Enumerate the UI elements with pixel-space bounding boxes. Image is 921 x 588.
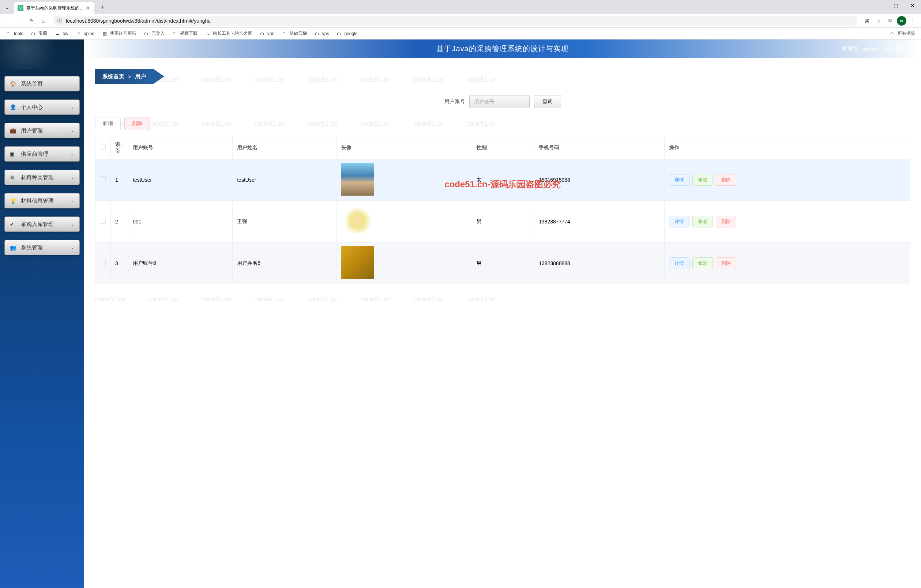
delete-button[interactable]: 删除 [716,257,736,269]
row-checkbox[interactable] [100,176,106,182]
cell-avatar [337,201,472,242]
person-icon: 👤 [10,104,17,110]
bookmark-label: vps [322,31,329,36]
sidebar-item-label: 个人中心 [21,104,71,111]
bookmark-item[interactable]: 🗀视频下载 [169,29,200,38]
bookmark-label: uplod [84,31,94,36]
bookmark-star-icon[interactable]: ☆ [874,16,884,26]
bookmark-item[interactable]: 🗀tools [3,29,26,38]
sidebar-item-5[interactable]: 💡材料信息管理⌄ [4,193,80,208]
cell-phone: 15915915988 [534,159,664,201]
cell-name: 用户姓名8 [233,242,337,284]
row-checkbox[interactable] [100,260,106,265]
add-button[interactable]: 新增 [95,117,121,130]
cell-phone: 13823888888 [534,242,664,284]
cell-ops: 详情 修改 删除 [664,159,910,201]
bulb-icon: 💡 [10,198,17,204]
cell-ops: 详情 修改 删除 [664,201,910,242]
search-row: 用户账号 查询 [95,95,910,108]
sidebar-item-6[interactable]: ✔采购入库管理⌄ [4,216,80,232]
reload-button[interactable]: ⟳ [26,16,37,26]
bookmark-item[interactable]: 🗀Max云梯 [279,29,310,38]
profile-avatar[interactable]: w [897,16,906,26]
tab-close-icon[interactable]: ✕ [85,5,91,11]
bookmark-item[interactable]: 🗀vpn [256,29,277,38]
bookmark-label: 已导入 [151,30,164,37]
action-row: 新增 删除 [95,117,910,130]
sidebar-item-1[interactable]: 👤个人中心⌄ [4,99,80,115]
checkin-icon: ✔ [10,221,17,227]
cell-ops: 详情 修改 删除 [664,242,910,284]
back-button[interactable]: ← [3,16,13,26]
bookmark-item[interactable]: ⇧uplod [73,29,97,38]
new-tab-button[interactable]: + [97,2,107,13]
edit-button[interactable]: 修改 [692,257,713,269]
cell-phone: 13823877774 [534,201,664,242]
cloud-icon: ☁ [54,31,60,37]
browser-tab[interactable]: V 基于Java的采购管理系统的设计 ✕ [14,2,94,14]
row-checkbox[interactable] [100,218,106,224]
menu-icon[interactable]: ⋮ [908,16,918,26]
address-bar: ← → ⟳ ⌂ ⓘ localhost:8080/springbootwdw38… [0,14,921,28]
forward-button[interactable]: → [15,16,25,26]
bookmark-label: vpn [267,31,274,36]
extensions-icon[interactable]: ⧉ [885,16,895,26]
bookmark-label: 宝藏 [38,30,47,37]
folder-icon: 🗀 [314,31,320,37]
folder-icon: 🗀 [30,31,36,37]
bookmark-item[interactable]: 🗀vps [311,29,332,38]
sidebar-item-4[interactable]: ⚙材料种类管理⌄ [4,170,80,185]
search-button[interactable]: 查询 [534,95,561,108]
sidebar-item-7[interactable]: 👥系统管理⌄ [4,240,80,255]
bookmark-item[interactable]: 🗀google [333,29,360,38]
edit-button[interactable]: 修改 [692,174,713,186]
bookmark-label: txy [63,31,68,36]
folder-icon: 🗀 [6,31,12,37]
select-all-checkbox[interactable] [100,144,106,150]
batch-delete-button[interactable]: 删除 [124,117,150,130]
tab-search-icon[interactable]: ⌄ [3,3,12,12]
logout-button[interactable]: 退出登录 [884,45,906,52]
delete-button[interactable]: 删除 [716,174,736,186]
delete-button[interactable]: 删除 [716,216,736,227]
bookmark-item[interactable]: ⛬站长工具 - 站长之家 [202,29,255,38]
content: 系统首页 > 用户 用户账号 查询 新增 删除 code51.cn-源码乐园盗图… [84,58,921,588]
user-label: admin [862,46,877,52]
sidebar-item-0[interactable]: 🏠系统首页 [4,76,80,91]
cell-index: 2 [111,201,129,242]
site-info-icon[interactable]: ⓘ [57,18,63,24]
all-bookmarks-button[interactable]: 🗀 所有书签 [887,29,918,38]
cell-name: 王强 [233,201,337,242]
vue-favicon-icon: V [18,5,23,11]
minimize-button[interactable]: — [871,0,887,11]
breadcrumb-current: 用户 [135,73,146,80]
bookmark-item[interactable]: 🗀宝藏 [28,29,50,38]
sidebar-item-2[interactable]: 💼用户管理⌄ [4,123,80,138]
cell-gender: 男 [472,242,534,284]
detail-button[interactable]: 详情 [669,174,690,186]
maximize-button[interactable]: ▢ [887,0,904,11]
search-input[interactable] [469,95,530,108]
bookmark-item[interactable]: ▦共享账号密码 [99,29,139,38]
edit-button[interactable]: 修改 [692,216,713,227]
bookmark-item[interactable]: 🗀已导入 [140,29,168,38]
cell-name: testUser [233,159,337,201]
th-avatar: 头像 [337,136,472,159]
translate-icon[interactable]: ⌘ [862,16,872,26]
breadcrumb-home[interactable]: 系统首页 [103,73,124,80]
th-index: 索.引. [111,136,129,159]
th-phone: 手机号码 [534,136,664,159]
bookmark-label: Max云梯 [290,30,307,37]
sidebar-item-3[interactable]: ▣供应商管理⌄ [4,146,80,162]
home-button[interactable]: ⌂ [38,16,48,26]
th-ops: 操作 [664,136,910,159]
sidebar-item-label: 用户管理 [21,127,71,134]
close-window-button[interactable]: ✕ [904,0,921,11]
bookmark-item[interactable]: ☁txy [52,29,71,38]
detail-button[interactable]: 详情 [669,216,690,227]
th-checkbox [96,136,111,159]
chevron-down-icon: ⌄ [71,245,74,250]
url-box[interactable]: ⓘ localhost:8080/springbootwdw38/admin/d… [53,16,858,26]
user-table: 索.引. 用户账号 用户姓名 头像 性别 手机号码 操作 1 testUser … [95,136,910,284]
detail-button[interactable]: 详情 [669,257,690,269]
